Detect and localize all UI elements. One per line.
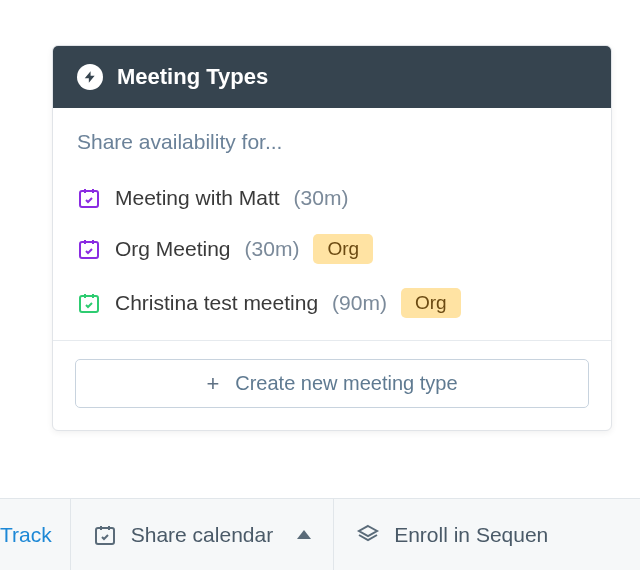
panel-body: Share availability for... Meeting with M… bbox=[53, 108, 611, 330]
meeting-duration: (30m) bbox=[294, 186, 349, 210]
calendar-check-icon bbox=[77, 237, 101, 261]
calendar-check-icon bbox=[93, 523, 117, 547]
org-badge: Org bbox=[313, 234, 373, 264]
calendar-check-icon bbox=[77, 186, 101, 210]
panel-header: Meeting Types bbox=[53, 46, 611, 108]
meeting-row[interactable]: Christina test meeting (90m) Org bbox=[77, 276, 587, 330]
meeting-row[interactable]: Org Meeting (30m) Org bbox=[77, 222, 587, 276]
meeting-name: Org Meeting bbox=[115, 237, 231, 261]
svg-rect-3 bbox=[96, 528, 114, 544]
bottom-toolbar: Track Share calendar Enroll in Sequen bbox=[0, 498, 640, 570]
meeting-duration: (90m) bbox=[332, 291, 387, 315]
plus-icon: + bbox=[206, 373, 219, 395]
create-section: + Create new meeting type bbox=[53, 341, 611, 430]
chevron-up-icon bbox=[297, 530, 311, 539]
svg-rect-1 bbox=[80, 242, 98, 258]
track-button[interactable]: Track bbox=[0, 499, 71, 570]
panel-title: Meeting Types bbox=[117, 64, 268, 90]
create-label: Create new meeting type bbox=[235, 372, 457, 395]
layers-icon bbox=[356, 523, 380, 547]
meeting-types-panel: Meeting Types Share availability for... … bbox=[52, 45, 612, 431]
share-availability-label: Share availability for... bbox=[77, 130, 587, 154]
enroll-sequence-button[interactable]: Enroll in Sequen bbox=[334, 499, 570, 570]
calendar-check-icon bbox=[77, 291, 101, 315]
enroll-label: Enroll in Sequen bbox=[394, 523, 548, 547]
svg-rect-2 bbox=[80, 296, 98, 312]
org-badge: Org bbox=[401, 288, 461, 318]
meeting-row[interactable]: Meeting with Matt (30m) bbox=[77, 174, 587, 222]
share-calendar-label: Share calendar bbox=[131, 523, 273, 547]
create-meeting-type-button[interactable]: + Create new meeting type bbox=[75, 359, 589, 408]
svg-rect-0 bbox=[80, 191, 98, 207]
track-label: Track bbox=[0, 523, 52, 547]
share-calendar-button[interactable]: Share calendar bbox=[71, 499, 334, 570]
meeting-name: Christina test meeting bbox=[115, 291, 318, 315]
bolt-icon bbox=[77, 64, 103, 90]
meeting-name: Meeting with Matt bbox=[115, 186, 280, 210]
meeting-duration: (30m) bbox=[245, 237, 300, 261]
